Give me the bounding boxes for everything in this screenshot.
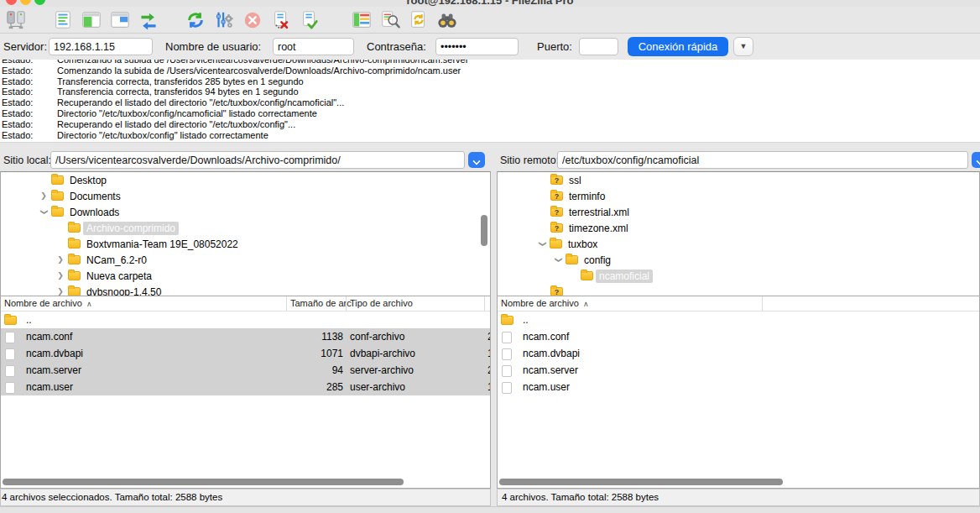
file-name: ncam.conf bbox=[523, 331, 569, 343]
find-files-button[interactable] bbox=[435, 8, 460, 31]
expand-arrow-icon[interactable]: ❯ bbox=[55, 286, 66, 296]
tree-item-archivo-comprimido[interactable]: Archivo-comprimido bbox=[1, 220, 490, 236]
column-header-tipo-de-archivo[interactable]: Tipo de archivo bbox=[350, 298, 413, 308]
log-entry-message: Comenzando la subida de /Users/vicentear… bbox=[57, 65, 461, 76]
log-entry-message: Recuperando el listado del directorio "/… bbox=[57, 97, 344, 107]
log-entry-message: Recuperando el listado del directorio "/… bbox=[57, 119, 295, 129]
file-row-..[interactable]: .. bbox=[498, 311, 979, 328]
remote-hscroll-thumb[interactable] bbox=[499, 479, 783, 485]
tree-item-documents[interactable]: ❯Documents bbox=[1, 188, 490, 204]
column-resizer[interactable] bbox=[346, 296, 347, 311]
folder-unknown-icon bbox=[550, 175, 563, 185]
tree-item-boxtvmania-team-19e-08052022[interactable]: Boxtvmania-Team 19E_08052022 bbox=[1, 236, 490, 252]
collapse-arrow-icon[interactable]: ❯ bbox=[553, 254, 564, 266]
log-entry: Estado:Transferencia correcta, transferi… bbox=[0, 76, 980, 87]
column-header-nombre-de-archivo[interactable]: Nombre de archivo∧ bbox=[4, 298, 92, 308]
remote-tree-toggle-button[interactable] bbox=[107, 8, 133, 31]
file-row-ncam.server[interactable]: ncam.server94server-archivo2 bbox=[1, 362, 490, 379]
cancel-button[interactable] bbox=[240, 8, 265, 31]
local-path-dropdown-button[interactable] bbox=[468, 152, 485, 168]
file-row-ncam.dvbapi[interactable]: ncam.dvbapi1071dvbapi-archivo1 bbox=[1, 345, 490, 362]
column-resizer[interactable] bbox=[286, 296, 287, 311]
disconnect-button[interactable] bbox=[268, 8, 294, 31]
file-name: ncam.conf bbox=[26, 331, 72, 343]
local-file-list[interactable]: ..ncam.conf1138conf-archivo2ncam.dvbapi1… bbox=[1, 311, 490, 488]
column-header-tama-o-de-arc[interactable]: Tamaño de arc bbox=[290, 298, 352, 308]
column-resizer[interactable] bbox=[762, 296, 763, 311]
expand-arrow-icon[interactable]: ❯ bbox=[38, 191, 50, 202]
reconnect-button[interactable] bbox=[297, 8, 322, 31]
remote-directory-tree[interactable]: sslterminfoterrestrial.xmltimezone.xml❯t… bbox=[498, 172, 979, 296]
file-row-ncam.conf[interactable]: ncam.conf1138conf-archivo2 bbox=[1, 328, 490, 345]
find-files-icon bbox=[436, 10, 458, 30]
queue-toggle-button[interactable] bbox=[136, 8, 161, 31]
file-type: server-archivo bbox=[350, 364, 414, 376]
tree-item[interactable] bbox=[498, 284, 979, 296]
process-queue-icon bbox=[213, 10, 235, 30]
expand-arrow-icon[interactable]: ❯ bbox=[55, 270, 66, 281]
username-input[interactable] bbox=[273, 38, 354, 55]
tree-item-label: Archivo-comprimido bbox=[83, 222, 179, 235]
tree-item-label: NCam_6.2-r0 bbox=[83, 254, 150, 267]
file-row-ncam.server[interactable]: ncam.server bbox=[498, 362, 979, 379]
collapse-arrow-icon[interactable]: ❯ bbox=[537, 238, 548, 250]
file-date-clipped: 2 bbox=[487, 331, 491, 343]
log-entry-message: Transferencia correcta, transferidos 94 … bbox=[57, 86, 299, 97]
directory-comparison-button[interactable] bbox=[349, 8, 374, 31]
file-row-ncam.conf[interactable]: ncam.conf bbox=[498, 328, 979, 345]
remote-file-list[interactable]: ..ncam.confncam.dvbapincam.serverncam.us… bbox=[498, 311, 979, 488]
local-list-header: Nombre de archivo∧Tamaño de arcTipo de a… bbox=[1, 296, 490, 311]
log-toggle-button[interactable] bbox=[50, 8, 76, 31]
file-row-..[interactable]: .. bbox=[1, 311, 490, 328]
remote-path-input[interactable] bbox=[557, 151, 968, 169]
log-entry-message: Directorio "/etc/tuxbox/config/ncamofici… bbox=[57, 108, 317, 118]
folder-icon bbox=[51, 207, 64, 217]
filter-search-button[interactable] bbox=[378, 8, 403, 31]
local-tree-toggle-button[interactable] bbox=[79, 8, 104, 31]
remote-hscroll-track[interactable] bbox=[498, 478, 979, 486]
message-log[interactable]: Estado:Comenzando la subida de /Users/vi… bbox=[0, 60, 980, 143]
password-input[interactable] bbox=[435, 38, 519, 55]
tree-item-label: Desktop bbox=[66, 174, 110, 187]
tree-item-config[interactable]: ❯config bbox=[498, 252, 979, 268]
expand-arrow-icon[interactable]: ❯ bbox=[55, 254, 66, 265]
port-input[interactable] bbox=[579, 38, 618, 55]
tree-item-ncam-6-2-r0[interactable]: ❯NCam_6.2-r0 bbox=[1, 252, 490, 268]
file-row-ncam.dvbapi[interactable]: ncam.dvbapi bbox=[498, 345, 979, 362]
site-manager-button[interactable] bbox=[3, 8, 29, 31]
local-directory-tree[interactable]: Desktop❯Documents❯DownloadsArchivo-compr… bbox=[1, 172, 490, 296]
quickconnect-dropdown-button[interactable]: ▼ bbox=[733, 37, 753, 56]
log-entry: Estado:Comenzando la subida de /Users/vi… bbox=[0, 60, 980, 65]
tree-item-terminfo[interactable]: terminfo bbox=[498, 188, 979, 204]
tree-item-ssl[interactable]: ssl bbox=[498, 172, 979, 188]
synchronized-browsing-button[interactable] bbox=[406, 8, 431, 31]
log-entry-label: Estado: bbox=[0, 76, 57, 86]
local-hscroll-thumb[interactable] bbox=[3, 479, 404, 485]
remote-path-dropdown-button[interactable] bbox=[972, 152, 980, 168]
refresh-button[interactable] bbox=[183, 8, 208, 31]
collapse-arrow-icon[interactable]: ❯ bbox=[39, 207, 50, 218]
file-row-ncam.user[interactable]: ncam.user bbox=[498, 379, 979, 395]
tree-item-ncamoficial[interactable]: ncamoficial bbox=[498, 268, 979, 284]
tree-item-dvbsnoop-1-4-50[interactable]: ❯dvbsnoop-1.4.50 bbox=[1, 284, 490, 296]
local-path-input[interactable] bbox=[50, 151, 465, 169]
local-hscroll-track[interactable] bbox=[1, 478, 490, 486]
quickconnect-button[interactable]: Conexión rápida bbox=[628, 37, 728, 56]
process-queue-button[interactable] bbox=[211, 8, 237, 31]
file-row-ncam.user[interactable]: ncam.user285user-archivo1 bbox=[1, 379, 490, 395]
tree-item-desktop[interactable]: Desktop bbox=[1, 172, 490, 188]
server-input[interactable] bbox=[49, 38, 153, 55]
file-name: ncam.server bbox=[523, 364, 578, 376]
file-size: 1138 bbox=[253, 331, 343, 343]
log-entry: Estado:Directorio "/etc/tuxbox/config/nc… bbox=[0, 108, 980, 119]
tree-item-timezone-xml[interactable]: timezone.xml bbox=[498, 220, 979, 236]
column-resizer[interactable] bbox=[484, 296, 485, 311]
tree-item-nueva-carpeta[interactable]: ❯Nueva carpeta bbox=[1, 268, 490, 284]
window-bottom-edge bbox=[0, 506, 980, 513]
tree-item-tuxbox[interactable]: ❯tuxbox bbox=[498, 236, 979, 252]
column-header-nombre-de-archivo[interactable]: Nombre de archivo∧ bbox=[501, 298, 589, 308]
tree-item-terrestrial-xml[interactable]: terrestrial.xml bbox=[498, 204, 979, 220]
log-entry-message: Transferencia correcta, transferidos 285… bbox=[57, 76, 304, 86]
log-entry: Estado:Transferencia correcta, transferi… bbox=[0, 86, 980, 97]
tree-item-downloads[interactable]: ❯Downloads bbox=[1, 204, 490, 220]
